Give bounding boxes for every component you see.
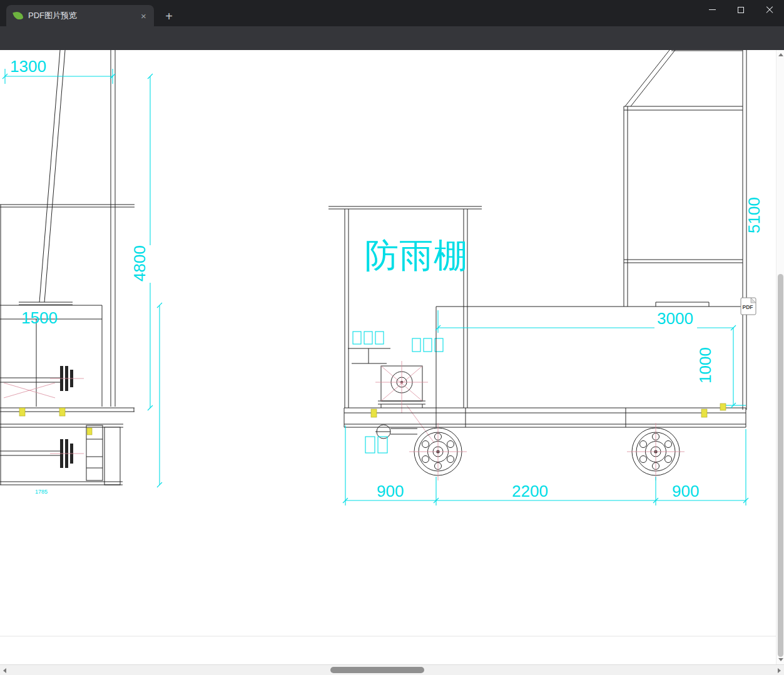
dim-label-2200: 2200	[512, 482, 548, 500]
tab-strip: PDF图片预览 × +	[0, 0, 784, 26]
dim-label-4800: 4800	[130, 245, 149, 282]
cad-drawing: 1300 4800 1500 1785 防雨棚	[0, 50, 776, 664]
browser-tab[interactable]: PDF图片预览 ×	[6, 5, 154, 26]
scroll-up-arrow-icon[interactable]	[778, 53, 783, 56]
dim-label-3000: 3000	[657, 309, 693, 328]
window-controls	[698, 0, 784, 20]
tab-close-icon[interactable]: ×	[138, 11, 149, 21]
pdf-icon-label: PDF	[743, 304, 753, 310]
dim-label-1300: 1300	[10, 57, 46, 76]
close-window-button[interactable]	[755, 0, 784, 19]
pdf-download-icon[interactable]: PDF	[741, 298, 756, 315]
maximize-icon	[738, 7, 744, 13]
vertical-scrollbar-thumb[interactable]	[778, 274, 783, 657]
new-tab-button[interactable]: +	[160, 8, 178, 25]
dim-label-1000: 1000	[696, 347, 715, 383]
dim-label-1785: 1785	[35, 489, 48, 495]
minimize-icon	[709, 9, 716, 10]
maximize-button[interactable]	[726, 0, 755, 19]
tab-title: PDF图片预览	[28, 10, 138, 21]
shelter-label: 防雨棚	[365, 236, 468, 274]
spring-leaf-favicon	[13, 10, 24, 21]
dim-label-1500: 1500	[21, 308, 58, 327]
horizontal-scrollbar-thumb[interactable]	[330, 667, 424, 673]
scroll-down-arrow-icon[interactable]	[778, 658, 783, 661]
minimize-button[interactable]	[698, 0, 726, 19]
close-icon	[766, 6, 773, 14]
page-content: 1300 4800 1500 1785 防雨棚	[0, 50, 784, 664]
scroll-left-arrow-icon[interactable]	[3, 668, 6, 673]
scroll-right-arrow-icon[interactable]	[778, 668, 781, 673]
dim-label-900-left: 900	[377, 482, 404, 500]
vertical-scrollbar[interactable]	[776, 50, 784, 664]
browser-toolbar: ← → ⟳ ⌂ i localhost:8012/onlinePreview?u…	[0, 26, 784, 50]
browser-window: PDF图片预览 × + ← → ⟳ ⌂ i localhost:8012/onl…	[0, 0, 784, 675]
horizontal-scrollbar[interactable]	[0, 664, 784, 675]
dim-label-5100: 5100	[745, 197, 763, 233]
dim-label-900-right: 900	[672, 482, 699, 500]
